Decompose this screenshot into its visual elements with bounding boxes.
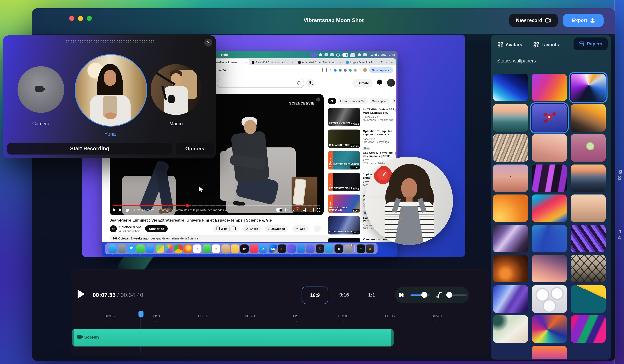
aspect-9-16[interactable]: 9:16 <box>333 287 356 303</box>
wallpaper-sand-ridges[interactable] <box>493 134 528 161</box>
suggested-video[interactable]: OPÉRATION TRUMP1:35:25Opération Trump : … <box>328 130 396 148</box>
tab-papers-active[interactable]: Papers <box>573 38 608 50</box>
tab-close-icon[interactable]: × <box>246 61 247 64</box>
dock-icon-calculator[interactable]: ⊞ <box>366 245 374 253</box>
miniplayer-icon[interactable] <box>301 208 306 212</box>
close-popup-button[interactable]: ✕ <box>204 39 212 47</box>
download-button[interactable]: ↓Download <box>264 225 288 232</box>
theater-mode-icon[interactable] <box>309 208 314 212</box>
wallpaper-liquid-violet[interactable] <box>493 225 528 252</box>
dock-icon-webstorm[interactable]: WS <box>269 245 277 253</box>
wallpaper-ventura-orange[interactable] <box>493 195 528 222</box>
new-record-button[interactable]: New record <box>509 14 558 27</box>
wallpaper-sonoma-rays[interactable] <box>532 225 567 252</box>
tab-close-icon[interactable]: × <box>340 61 342 64</box>
wallpaper-city-fence[interactable] <box>571 255 606 282</box>
youtube-search-input[interactable] <box>217 79 304 88</box>
extension-icon-green[interactable] <box>339 68 342 71</box>
wallpaper-pink-dunes[interactable] <box>532 134 567 161</box>
wallpaper-rose-dusk[interactable] <box>532 255 567 282</box>
secondary-knob[interactable] <box>446 292 452 298</box>
wallpaper-teal-yellow-fold[interactable] <box>571 285 606 313</box>
start-recording-button[interactable]: Start Recording <box>7 143 172 155</box>
channel-avatar[interactable]: S&V <box>110 225 117 232</box>
dock-icon-files[interactable] <box>231 245 239 253</box>
next-icon[interactable] <box>119 208 122 212</box>
wifi-icon[interactable] <box>351 53 356 57</box>
minimize-window-button[interactable] <box>78 16 83 21</box>
clip-trim-left[interactable] <box>72 329 74 346</box>
extension-icon-gray[interactable] <box>354 68 357 71</box>
dock-icon-settings[interactable]: 2 <box>344 245 352 253</box>
wallpaper-green-flower-pink[interactable] <box>571 134 606 161</box>
voice-search-button[interactable] <box>306 79 314 87</box>
browser-tab[interactable]: Animated Chart React Imp× <box>296 59 344 65</box>
video-thumbnail[interactable] <box>328 238 360 242</box>
volume-knob[interactable] <box>421 292 427 298</box>
circle-icon[interactable] <box>319 53 322 56</box>
progress-handle[interactable] <box>186 204 189 207</box>
aspect-16-9[interactable]: 16:9 <box>302 287 328 304</box>
play-button[interactable] <box>78 290 85 299</box>
new-tab-button[interactable]: + <box>380 60 383 64</box>
speaker-icon[interactable] <box>400 293 403 297</box>
wallpaper-violet-fan[interactable] <box>571 225 606 252</box>
wallpaper-paint-swirls[interactable] <box>532 315 567 343</box>
zoom-window-button[interactable] <box>87 16 92 21</box>
spotlight-icon[interactable] <box>358 53 361 56</box>
secondary-slider[interactable] <box>449 294 467 296</box>
screen-track-clip[interactable]: Screen <box>72 329 394 346</box>
wallpaper-purple-metal-blocks[interactable] <box>532 164 567 192</box>
channel-name[interactable]: Science & Vie <box>119 225 141 229</box>
wallpaper-flow-waves[interactable] <box>532 345 567 359</box>
extension-icon-plant[interactable] <box>349 68 352 71</box>
dock-icon-preview[interactable] <box>287 245 296 253</box>
dock-icon-terminal[interactable]: >_ <box>278 245 286 253</box>
dock-icon-photos[interactable] <box>165 245 173 253</box>
dock-icon-discord[interactable] <box>306 245 314 253</box>
wallpaper-golden-clouds[interactable] <box>571 104 606 131</box>
video-thumbnail[interactable]: OPÉRATION TRUMP1:35:25 <box>328 130 360 148</box>
wallpaper-big-sur-waves[interactable] <box>532 195 567 222</box>
wallpaper-magenta-palms[interactable] <box>571 315 606 343</box>
autoplay-toggle[interactable] <box>276 208 282 212</box>
dock-icon-music[interactable] <box>250 245 258 253</box>
camera-source-yuna-selected[interactable] <box>75 54 147 127</box>
chip-all[interactable]: All <box>328 98 336 104</box>
more-actions-button[interactable]: ··· <box>314 225 321 232</box>
battery-icon[interactable] <box>343 53 348 56</box>
dock-icon-telegram[interactable] <box>325 245 334 253</box>
wallpaper-white-cells[interactable] <box>532 285 567 313</box>
info-icon[interactable]: i <box>316 97 320 102</box>
tab-avatars[interactable]: Avatars <box>498 39 522 50</box>
volume-slider[interactable] <box>411 294 430 296</box>
video-thumbnail[interactable]: arteLES SECRETS DE JUPITER52:18 <box>328 173 360 191</box>
tab-layouts[interactable]: Layouts <box>533 39 559 50</box>
dock-icon-messages[interactable] <box>137 245 145 253</box>
wallpaper-red-flower-blue[interactable] <box>532 104 567 131</box>
video-progress-bar[interactable] <box>113 205 320 206</box>
dock-icon-appletv[interactable]: tv <box>240 245 249 253</box>
wallpaper-misty-mountains[interactable] <box>493 104 528 131</box>
dock-icon-calendar[interactable]: 7 <box>193 245 202 253</box>
dock-icon-activity[interactable]: ∿ <box>356 245 365 253</box>
dock-icon-mail[interactable] <box>146 245 154 253</box>
play-icon[interactable] <box>113 208 116 212</box>
wallpaper-gradient-purple-orange[interactable] <box>532 74 567 101</box>
suggested-video[interactable]: LE TEMPS N'EXISTE PAS1:18:06Le TEMPS n'e… <box>328 108 396 126</box>
tab-close-icon[interactable]: × <box>385 61 387 64</box>
smoothing-icon[interactable] <box>436 292 442 298</box>
video-thumbnail[interactable]: VOYAGER DANS LE PASSÉ18:32 <box>328 216 360 234</box>
export-button[interactable]: Export <box>563 14 603 27</box>
wallpaper-pale-desert-rocks[interactable] <box>571 195 606 222</box>
video-thumbnail[interactable]: LE TEMPS N'EXISTE PAS1:18:06 <box>328 108 360 126</box>
dock-icon-launchpad[interactable] <box>118 245 126 253</box>
display-icon[interactable] <box>331 53 334 56</box>
fullscreen-icon[interactable] <box>317 208 320 212</box>
address-bar-url[interactable]: %26Vie <box>217 68 228 72</box>
video-thumbnail[interactable]: arteUN MYSTÈRE AU FOND DES M1:32:07 <box>328 151 360 169</box>
video-options-icon[interactable]: ⋮ <box>394 152 396 155</box>
subtitles-icon[interactable]: CC <box>285 208 290 212</box>
video-options-icon[interactable]: ⋮ <box>394 130 396 134</box>
dock-icon-chrome[interactable] <box>174 245 183 253</box>
